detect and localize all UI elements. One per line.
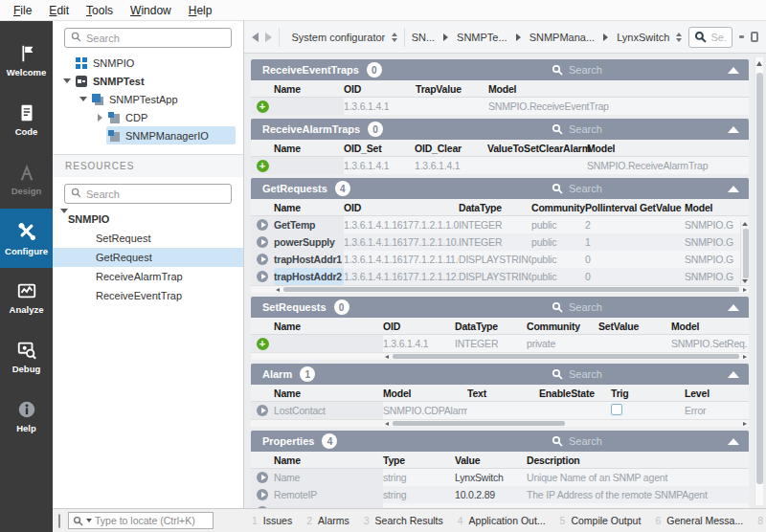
scroll-right-icon[interactable] bbox=[743, 355, 747, 359]
column-header[interactable]: Trig bbox=[611, 388, 685, 399]
scroll-up-icon[interactable] bbox=[742, 222, 748, 226]
scroll-left-icon[interactable] bbox=[385, 355, 389, 359]
collapse-icon[interactable] bbox=[728, 371, 739, 378]
table-row[interactable]: LostContact SNMPIO.CDPAlarm Error bbox=[251, 402, 749, 419]
column-header[interactable]: SetValue bbox=[598, 321, 671, 332]
menu-help[interactable]: Help bbox=[181, 2, 220, 19]
trig-checkbox[interactable] bbox=[611, 404, 622, 415]
activity-analyze[interactable]: Analyze bbox=[0, 268, 53, 327]
activity-help[interactable]: Help bbox=[0, 387, 53, 446]
table-row[interactable]: RemoteIP string 10.0.2.89 The IP Address… bbox=[251, 486, 749, 503]
section-search-input[interactable] bbox=[569, 183, 674, 194]
collapse-icon[interactable] bbox=[728, 186, 739, 192]
main-vertical-scrollbar[interactable] bbox=[755, 57, 763, 505]
resources-search-input[interactable] bbox=[86, 188, 225, 200]
section-search-input[interactable] bbox=[569, 64, 674, 76]
scroll-right-icon[interactable] bbox=[743, 422, 747, 426]
section-search[interactable] bbox=[552, 435, 705, 447]
column-header[interactable]: OID bbox=[344, 83, 416, 95]
activity-debug[interactable]: Debug bbox=[0, 327, 53, 387]
expander-open-icon[interactable] bbox=[60, 78, 74, 83]
activity-configure[interactable]: Configure bbox=[0, 209, 53, 268]
tab-search-results[interactable]: 3Search Results bbox=[364, 515, 443, 526]
expand-row-icon[interactable] bbox=[257, 219, 268, 231]
expand-row-icon[interactable] bbox=[257, 489, 268, 500]
locate-field[interactable] bbox=[68, 512, 214, 529]
horizontal-scrollbar[interactable] bbox=[251, 419, 749, 427]
column-header[interactable]: Name bbox=[274, 83, 344, 95]
resource-setrequest[interactable]: SetRequest bbox=[53, 229, 243, 248]
table-row[interactable]: Name string LynxSwitch Unique Name of an… bbox=[251, 469, 749, 486]
section-header[interactable]: Properties 4 bbox=[251, 431, 749, 452]
expander-open-icon[interactable] bbox=[60, 213, 68, 225]
scroll-down-icon[interactable] bbox=[742, 279, 748, 283]
expand-row-icon[interactable] bbox=[257, 472, 268, 483]
expand-row-icon[interactable] bbox=[257, 254, 268, 265]
resource-receivealarmtrap[interactable]: ReceiveAlarmTrap bbox=[53, 267, 243, 286]
column-header[interactable]: Model bbox=[685, 202, 739, 213]
section-search[interactable] bbox=[552, 183, 705, 194]
resources-search[interactable] bbox=[64, 184, 232, 204]
table-vertical-scrollbar[interactable] bbox=[740, 220, 749, 285]
section-header[interactable]: Alarm 1 bbox=[251, 364, 749, 385]
maximize-panel-icon[interactable] bbox=[751, 32, 758, 42]
section-search-input[interactable] bbox=[569, 368, 674, 380]
scroll-left-icon[interactable] bbox=[276, 288, 280, 292]
main-search[interactable] bbox=[688, 27, 732, 48]
tree-item-snmpmanagerio[interactable]: SNMPManagerIO bbox=[53, 126, 243, 144]
column-header[interactable]: Level bbox=[685, 388, 749, 399]
expand-row-icon[interactable] bbox=[257, 405, 268, 416]
section-header[interactable]: ReceiveAlarmTraps 0 bbox=[251, 119, 749, 140]
tree-item-snmptestapp[interactable]: SNMPTestApp bbox=[53, 90, 243, 108]
table-row[interactable]: + 1.3.6.1.4.1 SNMPIO.ReceiveEventTrap bbox=[251, 98, 749, 115]
column-header[interactable]: OID bbox=[383, 321, 455, 332]
section-header[interactable]: ReceiveEventTraps 0 bbox=[251, 59, 749, 80]
project-search[interactable] bbox=[64, 28, 232, 48]
activity-welcome[interactable]: Welcome bbox=[0, 31, 53, 90]
tree-item-snmpio[interactable]: SNMPIO bbox=[53, 54, 243, 72]
resource-getrequest[interactable]: GetRequest bbox=[53, 248, 243, 267]
column-header[interactable]: DataType bbox=[459, 202, 531, 213]
scrollbar-thumb[interactable] bbox=[283, 287, 739, 292]
expand-row-icon[interactable] bbox=[257, 236, 268, 248]
column-header[interactable]: DataType bbox=[455, 321, 527, 332]
toggle-sidebar-icon[interactable] bbox=[58, 514, 60, 528]
section-search-input[interactable] bbox=[569, 435, 674, 447]
column-header[interactable]: Model bbox=[488, 83, 749, 95]
project-search-input[interactable] bbox=[86, 33, 225, 44]
column-header[interactable]: Community bbox=[527, 321, 598, 332]
breadcrumb-item[interactable]: SN... bbox=[412, 32, 435, 43]
horizontal-scrollbar[interactable] bbox=[251, 285, 749, 293]
table-row[interactable]: powerSupply 1.3.6.1.4.1.16177.1.2.1.10.0… bbox=[251, 233, 749, 251]
add-row-icon[interactable]: + bbox=[257, 100, 269, 113]
collapse-icon[interactable] bbox=[728, 304, 739, 311]
menu-window[interactable]: Window bbox=[123, 2, 179, 19]
breadcrumb-item[interactable]: SNMPTe... bbox=[457, 32, 507, 43]
activity-code[interactable]: Code bbox=[0, 90, 53, 149]
crumb-updown-icon[interactable] bbox=[676, 33, 682, 42]
horizontal-scrollbar[interactable] bbox=[251, 352, 749, 360]
main-search-input[interactable] bbox=[710, 32, 727, 43]
section-search[interactable] bbox=[552, 301, 705, 313]
menu-tools[interactable]: Tools bbox=[79, 2, 121, 19]
scroll-left-icon[interactable] bbox=[385, 422, 389, 426]
column-header[interactable]: Name bbox=[274, 454, 383, 466]
forward-button[interactable] bbox=[265, 33, 272, 42]
scrollbar-thumb[interactable] bbox=[756, 73, 763, 484]
column-header[interactable]: Type bbox=[383, 454, 455, 466]
table-row[interactable]: + 1.3.6.1.4.1 INTEGER private SNMPIO.Set… bbox=[251, 335, 749, 352]
column-header[interactable]: GetValue bbox=[640, 202, 685, 213]
resource-receiveeventtrap[interactable]: ReceiveEventTrap bbox=[53, 286, 243, 305]
resource-snmpio[interactable]: SNMPIO bbox=[53, 210, 243, 229]
scrollbar-thumb[interactable] bbox=[393, 354, 739, 359]
section-header[interactable]: GetRequests 4 bbox=[251, 178, 749, 199]
section-header[interactable]: SetRequests 0 bbox=[251, 297, 749, 318]
expand-row-icon[interactable] bbox=[257, 271, 268, 282]
column-header[interactable]: Model bbox=[587, 143, 749, 154]
tab-application-output[interactable]: 4Application Out... bbox=[458, 515, 546, 526]
column-header[interactable]: Name bbox=[274, 321, 383, 332]
expander-closed-icon[interactable] bbox=[93, 114, 106, 122]
menu-file[interactable]: File bbox=[6, 2, 39, 19]
tab-alarms[interactable]: 2Alarms bbox=[306, 515, 349, 526]
column-header[interactable]: OID_Set bbox=[344, 143, 415, 154]
